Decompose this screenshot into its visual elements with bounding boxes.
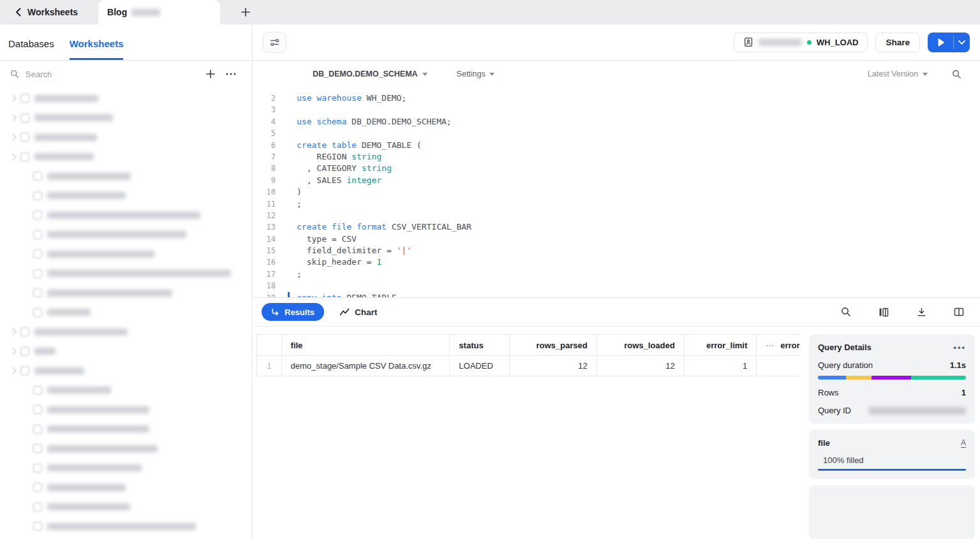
folder-icon	[20, 347, 29, 356]
code-line[interactable]: 17;	[253, 269, 980, 280]
worksheet-toolbar: WH_LOAD Share	[253, 24, 980, 61]
line-number: 15	[253, 245, 276, 256]
tab-databases[interactable]: Databases	[8, 38, 54, 60]
code-line[interactable]: 19copy into DEMO_TABLE	[253, 292, 980, 298]
column-header[interactable]: rows_loaded	[597, 335, 684, 356]
table-cell: 12	[509, 356, 597, 376]
code-line[interactable]: 2use warehouse WH_DEMO;	[253, 92, 980, 104]
code-line[interactable]: 18	[253, 280, 980, 292]
tree-folder[interactable]	[0, 128, 252, 147]
tree-item[interactable]	[0, 478, 252, 498]
sidebar-more-button[interactable]	[224, 67, 238, 81]
table-cell: demo_stage/Sample CSV Data.csv.gz	[281, 356, 450, 376]
results-tab[interactable]: Results	[262, 303, 324, 321]
chart-line-icon	[339, 308, 350, 316]
tree-item[interactable]	[0, 225, 252, 245]
results-table[interactable]: filestatusrows_parsedrows_loadederror_li…	[256, 334, 801, 376]
code-line[interactable]: 7 REGION string	[253, 151, 980, 163]
search-icon	[841, 307, 851, 317]
version-dropdown[interactable]: Latest Version	[868, 70, 928, 78]
tree-item[interactable]	[0, 498, 252, 517]
code-text	[288, 280, 297, 292]
sql-editor[interactable]: 2use warehouse WH_DEMO;34use schema DB_D…	[253, 87, 980, 298]
tree-label-redacted	[34, 134, 97, 141]
tree-label-redacted	[47, 251, 154, 258]
tree-folder[interactable]	[0, 89, 252, 108]
column-header[interactable]: file	[281, 335, 450, 356]
schema-context-selector[interactable]: DB_DEMO.DEMO_SCHEMA	[313, 70, 427, 78]
line-number: 17	[253, 269, 276, 280]
tree-item[interactable]	[0, 283, 252, 303]
column-header[interactable]: rows_parsed	[509, 335, 597, 356]
tree-item[interactable]	[0, 439, 252, 459]
back-to-worksheets[interactable]: Worksheets	[0, 7, 87, 17]
tree-item[interactable]	[0, 517, 252, 536]
tree-item[interactable]	[0, 186, 252, 206]
query-duration-bar[interactable]	[818, 376, 966, 380]
tree-item[interactable]	[0, 303, 252, 323]
split-panel-button[interactable]	[952, 305, 966, 319]
column-header[interactable]: status	[450, 335, 509, 356]
version-label: Latest Version	[868, 70, 918, 78]
code-line[interactable]: 4use schema DB_DEMO.DEMO_SCHEMA;	[253, 116, 980, 128]
tree-label-redacted	[34, 153, 94, 160]
tree-item[interactable]	[0, 166, 252, 186]
main-panel: WH_LOAD Share DB_DEMO.DEMO_SCHEMA	[253, 24, 980, 539]
tree-folder[interactable]	[0, 147, 252, 167]
code-line[interactable]: 3	[253, 104, 980, 115]
settings-dropdown[interactable]: Settings	[457, 70, 494, 78]
query-id-redacted[interactable]	[869, 407, 966, 415]
column-header[interactable]: error_limit	[684, 335, 757, 356]
line-number: 14	[253, 233, 276, 245]
tree-label-redacted	[34, 329, 128, 336]
tree-item[interactable]	[0, 459, 252, 478]
tree-item[interactable]	[0, 381, 252, 401]
run-button[interactable]	[928, 33, 953, 52]
tree-folder[interactable]	[0, 322, 252, 342]
toggle-objects-button[interactable]	[263, 32, 286, 53]
code-line[interactable]: 12	[253, 210, 980, 221]
new-tab-button[interactable]	[237, 4, 254, 20]
tree-label-redacted	[47, 484, 126, 491]
query-details-more-button[interactable]: •••	[953, 343, 966, 352]
editor-search-button[interactable]	[949, 67, 963, 81]
tree-item[interactable]	[0, 244, 252, 264]
run-options-button[interactable]	[954, 33, 970, 52]
code-line[interactable]: 10)	[253, 186, 980, 198]
role-warehouse-selector[interactable]: WH_LOAD	[734, 33, 868, 52]
tree-folder[interactable]	[0, 342, 252, 362]
table-row[interactable]: 1demo_stage/Sample CSV Data.csv.gzLOADED…	[257, 356, 801, 376]
worksheet-icon	[33, 308, 42, 317]
download-button[interactable]	[914, 305, 928, 319]
tree-item[interactable]	[0, 264, 252, 284]
code-line[interactable]: 14 type = CSV	[253, 233, 980, 245]
code-line[interactable]: 9 , SALES integer	[253, 175, 980, 186]
rows-value: 1	[961, 388, 966, 397]
results-search-button[interactable]	[839, 305, 853, 319]
new-worksheet-button[interactable]	[204, 67, 218, 81]
column-header[interactable]	[257, 335, 282, 356]
code-line[interactable]: 11;	[253, 198, 980, 210]
worksheet-icon	[33, 249, 42, 258]
code-line[interactable]: 8 , CATEGORY string	[253, 163, 980, 174]
column-header[interactable]: ⋯error	[757, 335, 801, 356]
chart-tab[interactable]: Chart	[339, 307, 377, 317]
code-line[interactable]: 13create file format CSV_VERTICAL_BAR	[253, 221, 980, 233]
tab-worksheets[interactable]: Worksheets	[70, 38, 124, 60]
code-line[interactable]: 6create table DEMO_TABLE (	[253, 140, 980, 151]
tree-label-redacted	[47, 425, 149, 432]
columns-button[interactable]	[877, 305, 891, 319]
code-line[interactable]: 15 field_delimiter = '|'	[253, 245, 980, 256]
chevron-left-icon	[15, 8, 21, 17]
tree-item[interactable]	[0, 400, 252, 420]
worksheet-tab[interactable]: Blog	[98, 0, 220, 24]
tree-folder[interactable]	[0, 108, 252, 128]
worksheet-icon	[33, 464, 42, 473]
code-line[interactable]: 16 skip_header = 1	[253, 256, 980, 268]
code-line[interactable]: 5	[253, 128, 980, 139]
tree-item[interactable]	[0, 420, 252, 439]
search-input[interactable]	[26, 70, 197, 79]
tree-folder[interactable]	[0, 361, 252, 381]
tree-item[interactable]	[0, 205, 252, 225]
share-button[interactable]: Share	[875, 33, 920, 52]
